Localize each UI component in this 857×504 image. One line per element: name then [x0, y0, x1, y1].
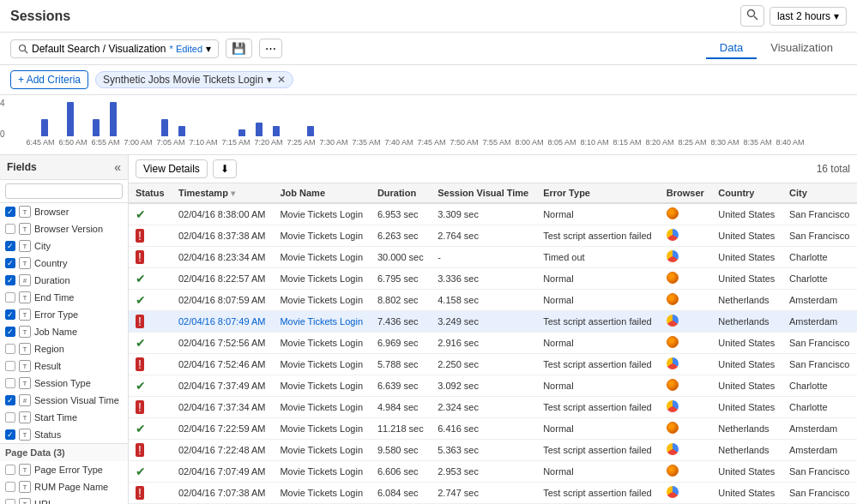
- field-checkbox[interactable]: [5, 499, 15, 504]
- sidebar-field-item[interactable]: T Error Type: [0, 306, 128, 323]
- sidebar-field-item[interactable]: T End Time: [0, 289, 128, 306]
- table-column-header[interactable]: Session Visual Time: [431, 183, 536, 203]
- city-cell: Amsterdam: [782, 418, 857, 440]
- table-column-header[interactable]: Country: [711, 183, 782, 203]
- browser-cell: [660, 311, 711, 333]
- field-checkbox[interactable]: [5, 412, 15, 423]
- sidebar-field-item[interactable]: T Region: [0, 340, 128, 357]
- tab-visualization[interactable]: Visualization: [757, 38, 847, 59]
- sidebar-field-item[interactable]: T Result: [0, 357, 128, 375]
- country-cell: United States: [711, 461, 782, 483]
- add-criteria-button[interactable]: + Add Criteria: [10, 70, 88, 89]
- field-checkbox[interactable]: [5, 207, 15, 217]
- timestamp-cell: 02/04/16 7:37:49 AM: [172, 375, 273, 397]
- duration-cell: 6.263 sec: [371, 225, 431, 247]
- table-column-header[interactable]: Status: [129, 183, 172, 203]
- table-column-header[interactable]: Duration: [371, 183, 431, 203]
- table-row[interactable]: !02/04/16 8:07:49 AMMovie Tickets Login7…: [129, 311, 857, 333]
- browser-cell: [660, 418, 711, 440]
- sidebar-field-item[interactable]: T Browser Version: [0, 220, 128, 237]
- sidebar-page-field-item[interactable]: T URL: [0, 495, 128, 504]
- field-checkbox[interactable]: [5, 465, 15, 475]
- table-row[interactable]: ✔02/04/16 8:07:59 AMMovie Tickets Login8…: [129, 290, 857, 311]
- chart-bars: [24, 99, 847, 138]
- timestamp-cell: 02/04/16 8:07:49 AM: [172, 311, 273, 333]
- sidebar-search-input[interactable]: [5, 183, 123, 199]
- tab-data[interactable]: Data: [706, 38, 757, 59]
- chevron-down-icon: ▾: [834, 10, 839, 22]
- table-column-header[interactable]: Timestamp ▾: [172, 183, 273, 203]
- session-visual-time-cell: 4.158 sec: [431, 290, 536, 311]
- field-checkbox[interactable]: [5, 224, 15, 234]
- field-checkbox[interactable]: [5, 344, 15, 354]
- timestamp-cell: 02/04/16 7:22:48 AM: [172, 440, 273, 461]
- table-row[interactable]: !02/04/16 8:23:34 AMMovie Tickets Login3…: [129, 247, 857, 268]
- field-checkbox[interactable]: [5, 292, 15, 303]
- error-type-cell: Test script assertion failed: [536, 225, 660, 247]
- table-row[interactable]: ✔02/04/16 8:22:57 AMMovie Tickets Login6…: [129, 268, 857, 290]
- country-cell: United States: [711, 375, 782, 397]
- status-cell: ✔: [129, 333, 172, 354]
- field-checkbox[interactable]: [5, 378, 15, 388]
- status-cell: ✔: [129, 268, 172, 290]
- status-ok-icon: ✔: [136, 336, 146, 350]
- city-cell: Charlotte: [782, 247, 857, 268]
- status-ok-icon: ✔: [136, 465, 146, 478]
- table-row[interactable]: !02/04/16 7:22:48 AMMovie Tickets Login9…: [129, 440, 857, 461]
- field-checkbox[interactable]: [5, 309, 15, 320]
- download-button[interactable]: ⬇: [213, 159, 237, 178]
- field-checkbox[interactable]: [5, 361, 15, 371]
- table-row[interactable]: !02/04/16 7:37:34 AMMovie Tickets Login4…: [129, 397, 857, 418]
- table-column-header[interactable]: City: [782, 183, 857, 203]
- table-row[interactable]: ✔02/04/16 7:37:49 AMMovie Tickets Login6…: [129, 375, 857, 397]
- save-button[interactable]: 💾: [226, 39, 252, 58]
- view-details-button[interactable]: View Details: [136, 159, 208, 178]
- search-button[interactable]: [740, 5, 764, 27]
- table-column-header[interactable]: Job Name: [273, 183, 370, 203]
- filter-tag-close-button[interactable]: ✕: [277, 74, 286, 86]
- sidebar-field-item[interactable]: T Browser: [0, 203, 128, 220]
- table-column-header[interactable]: Browser: [660, 183, 711, 203]
- sidebar-page-field-item[interactable]: T Page Error Type: [0, 461, 128, 478]
- time-range-button[interactable]: last 2 hours ▾: [769, 7, 847, 26]
- status-cell: !: [129, 397, 172, 418]
- field-checkbox[interactable]: [5, 395, 15, 405]
- status-err-icon: !: [136, 357, 144, 371]
- field-checkbox[interactable]: [5, 258, 15, 268]
- session-visual-time-cell: 2.747 sec: [431, 483, 536, 504]
- sidebar-field-item[interactable]: T Session Type: [0, 375, 128, 392]
- table-row[interactable]: !02/04/16 7:52:46 AMMovie Tickets Login5…: [129, 354, 857, 375]
- country-cell: Netherlands: [711, 311, 782, 333]
- sidebar-title: Fields: [7, 161, 37, 173]
- chevron-down-icon: ▾: [206, 43, 211, 55]
- table-row[interactable]: ✔02/04/16 7:22:59 AMMovie Tickets Login1…: [129, 418, 857, 440]
- field-checkbox[interactable]: [5, 482, 15, 492]
- table-row[interactable]: !02/04/16 7:07:38 AMMovie Tickets Login6…: [129, 483, 857, 504]
- search-small-icon: [18, 44, 28, 54]
- session-visual-time-cell: 3.309 sec: [431, 203, 536, 225]
- sidebar-field-item[interactable]: T City: [0, 237, 128, 255]
- more-options-button[interactable]: ⋯: [259, 39, 282, 58]
- sidebar-field-item[interactable]: # Session Visual Time: [0, 392, 128, 409]
- field-checkbox[interactable]: [5, 429, 15, 440]
- field-checkbox[interactable]: [5, 327, 15, 337]
- table-row[interactable]: !02/04/16 8:37:38 AMMovie Tickets Login6…: [129, 225, 857, 247]
- table-row[interactable]: ✔02/04/16 7:07:49 AMMovie Tickets Login6…: [129, 461, 857, 483]
- field-checkbox[interactable]: [5, 241, 15, 251]
- sidebar-page-field-item[interactable]: T RUM Page Name: [0, 478, 128, 495]
- sidebar-field-item[interactable]: T Status: [0, 426, 128, 443]
- data-toolbar: View Details ⬇ 16 total: [129, 155, 857, 183]
- table-column-header[interactable]: Error Type: [536, 183, 660, 203]
- collapse-sidebar-button[interactable]: «: [114, 160, 121, 174]
- sidebar-field-item[interactable]: # Duration: [0, 272, 128, 289]
- saved-search-button[interactable]: Default Search / Visualization * Edited …: [10, 39, 219, 58]
- sidebar-field-item[interactable]: T Country: [0, 255, 128, 272]
- chart-x-labels: 6:45 AM6:50 AM6:55 AM7:00 AM7:05 AM7:10 …: [24, 138, 847, 147]
- sidebar-field-item[interactable]: T Start Time: [0, 409, 128, 426]
- city-cell: San Francisco: [782, 354, 857, 375]
- field-checkbox[interactable]: [5, 275, 15, 285]
- table-row[interactable]: ✔02/04/16 7:52:56 AMMovie Tickets Login6…: [129, 333, 857, 354]
- table-row[interactable]: ✔02/04/16 8:38:00 AMMovie Tickets Login6…: [129, 203, 857, 225]
- field-type-icon: T: [19, 481, 31, 493]
- sidebar-field-item[interactable]: T Job Name: [0, 323, 128, 340]
